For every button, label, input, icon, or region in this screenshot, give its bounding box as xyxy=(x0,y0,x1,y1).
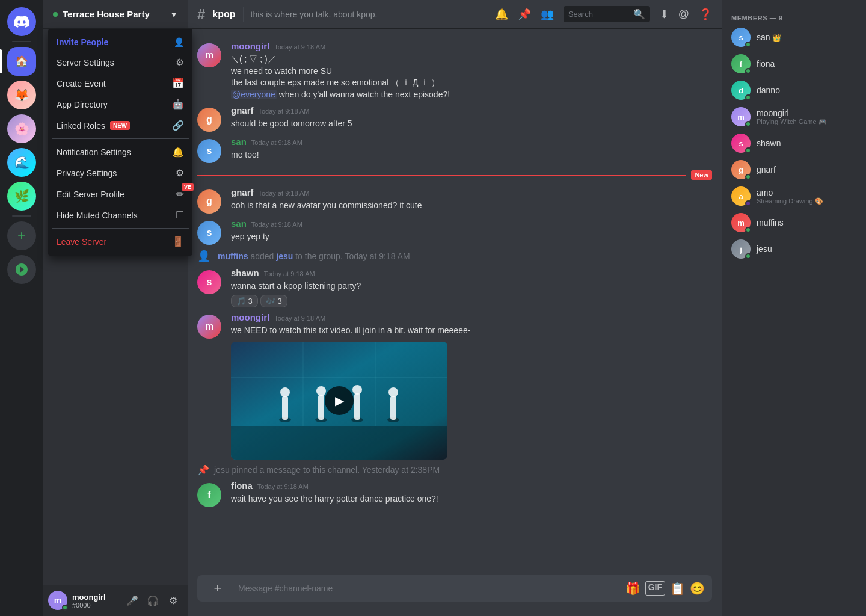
video-background: ▶ xyxy=(231,342,447,460)
list-item[interactable]: g gnarf xyxy=(726,156,861,183)
discord-home-icon[interactable] xyxy=(7,7,36,36)
menu-item-linked-roles[interactable]: Linked Roles NEW 🔗 xyxy=(52,115,189,136)
member-info: moongirl Playing Witch Game 🎮 xyxy=(757,108,856,126)
reaction-2[interactable]: 🎶 3 xyxy=(260,295,287,307)
search-icon: 🔍 xyxy=(633,8,645,20)
list-item[interactable]: s san 👑 xyxy=(726,24,861,51)
user-link[interactable]: jesu xyxy=(214,465,230,475)
user-avatar[interactable]: m xyxy=(48,591,67,610)
server-dropdown-menu: Invite People 👤 Server Settings ⚙ Create… xyxy=(48,29,192,256)
list-item: 📌 jesu pinned a message to this channel.… xyxy=(188,462,722,478)
avatar: s xyxy=(731,28,751,47)
new-badge: New xyxy=(691,170,712,180)
menu-item-create-event[interactable]: Create Event 📅 xyxy=(52,73,189,94)
menu-item-privacy-settings[interactable]: Privacy Settings ⚙ xyxy=(52,162,189,183)
help-icon[interactable]: ❓ xyxy=(699,8,712,21)
member-info: amo Streaming Drawing 🎨 xyxy=(757,188,856,205)
list-item[interactable]: m muffins xyxy=(726,209,861,236)
chevron-down-icon: ▼ xyxy=(170,10,178,19)
list-item[interactable]: f fiona xyxy=(726,51,861,77)
members-list-header: MEMBERS — 9 xyxy=(726,10,861,24)
download-icon[interactable]: ⬇ xyxy=(660,8,669,21)
message-timestamp: Today at 9:18 AM xyxy=(259,108,310,115)
list-item[interactable]: a amo Streaming Drawing 🎨 xyxy=(726,183,861,209)
member-name: muffins xyxy=(757,218,856,227)
list-item[interactable]: j jesu xyxy=(726,236,861,262)
event-icon: 📅 xyxy=(172,78,184,89)
message-author[interactable]: fiona xyxy=(231,481,253,491)
gift-icon[interactable]: 🎁 xyxy=(625,581,640,596)
sticker-icon[interactable]: 📋 xyxy=(670,581,685,596)
message-content: san Today at 9:18 AM yep yep ty xyxy=(231,218,712,245)
server-icon-active[interactable]: 🏠 xyxy=(7,47,36,76)
create-event-label: Create Event xyxy=(57,79,106,88)
avatar: s xyxy=(731,134,751,153)
avatar: s xyxy=(197,221,221,245)
invite-people-label: Invite People xyxy=(57,37,108,47)
emoji-icon[interactable]: 😊 xyxy=(690,581,705,596)
reaction-1[interactable]: 🎵 3 xyxy=(231,295,258,307)
list-item[interactable]: m moongirl Playing Witch Game 🎮 xyxy=(726,103,861,130)
messages-container[interactable]: m moongirl Today at 9:18 AM ＼( ; ▽ ; )／ … xyxy=(188,29,722,575)
member-info: shawn xyxy=(757,138,856,148)
server-icon-4[interactable]: 🌿 xyxy=(7,182,36,211)
message-content: gnarf Today at 9:18 AM should be good to… xyxy=(231,105,712,132)
menu-item-server-settings[interactable]: Server Settings ⚙ xyxy=(52,52,189,73)
message-author[interactable]: shawn xyxy=(231,268,259,278)
message-timestamp: Today at 9:18 AM xyxy=(274,43,325,51)
user-settings-icon[interactable]: ⚙ xyxy=(164,591,183,610)
member-status: Playing Witch Game 🎮 xyxy=(757,118,856,126)
server-icon-2[interactable]: 🌸 xyxy=(7,114,36,143)
mention-icon[interactable]: @ xyxy=(678,8,689,20)
server-icon-3[interactable]: 🌊 xyxy=(7,148,36,177)
list-item[interactable]: d danno xyxy=(726,77,861,103)
member-name: jesu xyxy=(757,244,856,254)
user-tag: #0000 xyxy=(72,602,118,609)
avatar: d xyxy=(731,81,751,100)
user-link[interactable]: jesu xyxy=(276,251,293,261)
member-name: danno xyxy=(757,85,856,95)
play-button[interactable]: ▶ xyxy=(325,386,354,415)
user-link[interactable]: muffins xyxy=(218,251,248,261)
list-item[interactable]: s shawn xyxy=(726,130,861,156)
pin-icon[interactable]: 📌 xyxy=(518,8,531,21)
video-embed[interactable]: ▶ xyxy=(231,342,447,460)
new-messages-divider: New xyxy=(188,165,722,185)
online-status-dot xyxy=(745,147,751,153)
server-header[interactable]: Terrace House Party ▼ xyxy=(43,0,188,29)
list-item: 👤 muffins added jesu to the group. Today… xyxy=(188,247,722,265)
table-row: m moongirl Today at 9:18 AM we NEED to w… xyxy=(188,310,722,462)
members-toggle-icon[interactable]: 👥 xyxy=(541,8,554,21)
menu-item-app-directory[interactable]: App Directory 🤖 xyxy=(52,94,189,115)
message-author[interactable]: san xyxy=(231,137,247,147)
menu-divider-2 xyxy=(52,228,189,229)
table-row: g gnarf Today at 9:18 AM ooh is that a n… xyxy=(188,185,722,216)
user-avatar-text: m xyxy=(54,596,61,605)
headphones-icon[interactable]: 🎧 xyxy=(143,591,162,610)
add-server-button[interactable]: + xyxy=(7,221,36,250)
menu-item-edit-server-profile[interactable]: Edit Server Profile ✏ VE xyxy=(52,183,189,205)
menu-item-invite-people[interactable]: Invite People 👤 xyxy=(52,32,189,52)
svg-point-10 xyxy=(316,386,326,396)
message-input[interactable] xyxy=(238,575,618,602)
message-author[interactable]: gnarf xyxy=(231,105,254,116)
menu-item-notification-settings[interactable]: Notification Settings 🔔 xyxy=(52,141,189,162)
message-author[interactable]: moongirl xyxy=(231,41,269,51)
message-input-box: + 🎁 GIF 📋 😊 xyxy=(197,575,712,602)
microphone-icon[interactable]: 🎤 xyxy=(123,591,142,610)
member-name: san 👑 xyxy=(757,32,856,42)
menu-item-hide-muted-channels[interactable]: Hide Muted Channels ☐ xyxy=(52,205,189,226)
explore-button[interactable] xyxy=(7,255,36,284)
server-divider xyxy=(12,41,31,42)
menu-item-leave-server[interactable]: Leave Server 🚪 xyxy=(52,231,189,252)
search-bar[interactable]: Search 🔍 xyxy=(564,6,650,22)
header-icons: 🔔 📌 👥 Search 🔍 ⬇ @ ❓ xyxy=(495,6,712,22)
table-row: s san Today at 9:18 AM me too! xyxy=(188,134,722,165)
attach-file-button[interactable]: + xyxy=(204,575,231,602)
gif-icon[interactable]: GIF xyxy=(645,581,665,596)
message-author[interactable]: san xyxy=(231,218,247,229)
notification-bell-icon[interactable]: 🔔 xyxy=(495,8,508,21)
message-author[interactable]: gnarf xyxy=(231,187,254,197)
message-author[interactable]: moongirl xyxy=(231,312,269,322)
server-icon-1[interactable]: 🦊 xyxy=(7,81,36,109)
